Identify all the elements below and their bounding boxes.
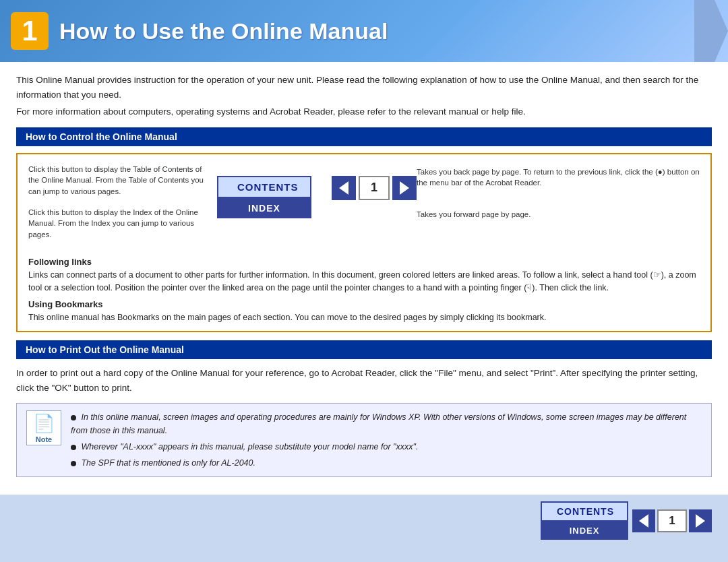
- right-annotations: Takes you back page by page. To return t…: [417, 164, 700, 220]
- note-label: Note: [36, 435, 52, 443]
- print-text: In order to print out a hard copy of the…: [16, 366, 712, 395]
- center-buttons: CONTENTS INDEX: [217, 176, 311, 218]
- next-page-button[interactable]: [392, 176, 417, 200]
- bottom-contents-button[interactable]: CONTENTS: [541, 501, 628, 522]
- bottom-nav-controls: 1: [632, 509, 712, 532]
- page-header: 1 How to Use the Online Manual: [0, 0, 728, 62]
- note-box: 📄 Note In this online manual, screen ima…: [16, 403, 712, 477]
- left-arrow-icon: [339, 181, 348, 195]
- intro-paragraph2: For more information about computers, op…: [16, 104, 712, 119]
- bullet-icon-2: [71, 445, 76, 450]
- bottom-left-arrow-icon: [639, 514, 648, 528]
- bottom-next-button[interactable]: [689, 509, 712, 532]
- bottom-index-button[interactable]: INDEX: [541, 522, 628, 540]
- bottom-navigation: CONTENTS INDEX 1: [0, 495, 728, 549]
- right-annotation-2: Takes you forward page by page.: [417, 209, 700, 220]
- following-links-title: Following links: [28, 255, 700, 269]
- nav-controls: 1: [332, 176, 417, 200]
- main-content: This Online Manual provides instruction …: [0, 62, 728, 495]
- left-annotation-1: Click this button to display the Table o…: [28, 164, 204, 197]
- bottom-prev-button[interactable]: [632, 509, 655, 532]
- section1-header: How to Control the Online Manual: [16, 127, 712, 146]
- chapter-number: 1: [11, 12, 49, 50]
- following-links-text: Links can connect parts of a document to…: [28, 269, 700, 295]
- left-annotations: Click this button to display the Table o…: [28, 164, 204, 250]
- bullet-icon-1: [71, 415, 76, 420]
- right-arrow-icon: [400, 181, 409, 195]
- bullet-icon-3: [71, 461, 76, 466]
- note-icon: 📄: [33, 413, 55, 434]
- bottom-nav-buttons: CONTENTS INDEX: [541, 501, 628, 540]
- page-number-display: 1: [359, 176, 390, 200]
- note-icon-container: 📄 Note: [26, 410, 61, 445]
- section2-header: How to Print Out the Online Manual: [16, 340, 712, 359]
- links-section: Following links Links can connect parts …: [28, 255, 700, 324]
- prev-page-button[interactable]: [332, 176, 356, 200]
- contents-button[interactable]: CONTENTS: [217, 176, 311, 198]
- note-bullet-3: The SPF that is mentioned is only for AL…: [71, 456, 702, 470]
- right-annotation-1: Takes you back page by page. To return t…: [417, 166, 700, 189]
- note-bullet-1: In this online manual, screen images and…: [71, 410, 702, 437]
- using-bookmarks-text: This online manual has Bookmarks on the …: [28, 311, 700, 324]
- page-title: How to Use the Online Manual: [59, 18, 388, 44]
- left-annotation-2: Click this button to display the Index o…: [28, 207, 204, 241]
- note-text-container: In this online manual, screen images and…: [71, 410, 702, 470]
- control-diagram-box: Click this button to display the Table o…: [16, 153, 712, 332]
- using-bookmarks-title: Using Bookmarks: [28, 298, 700, 311]
- diagram-area: Click this button to display the Table o…: [28, 164, 700, 250]
- bottom-page-number: 1: [657, 509, 687, 532]
- header-arrow-decoration: [694, 0, 728, 62]
- index-button[interactable]: INDEX: [217, 198, 311, 218]
- note-bullet-2: Wherever "AL-xxxx" appears in this manua…: [71, 440, 702, 454]
- intro-paragraph1: This Online Manual provides instruction …: [16, 73, 712, 102]
- bottom-right-arrow-icon: [696, 514, 705, 528]
